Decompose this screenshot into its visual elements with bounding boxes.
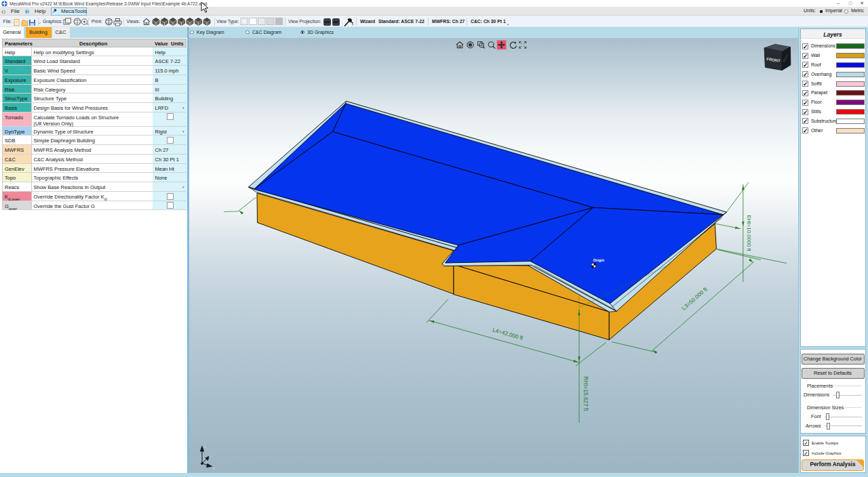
svg-text:RHt=15.627 ft: RHt=15.627 ft (583, 376, 589, 411)
svg-text:EHt=10.0000 ft: EHt=10.0000 ft (746, 215, 752, 251)
svg-text:?: ? (26, 10, 28, 14)
svg-text:x: x (213, 466, 215, 470)
svg-text:L3=50.000 ft: L3=50.000 ft (680, 285, 709, 312)
svg-text:z: z (204, 444, 206, 449)
svg-text:Origin: Origin (593, 258, 605, 262)
svg-text:y: y (210, 454, 212, 458)
